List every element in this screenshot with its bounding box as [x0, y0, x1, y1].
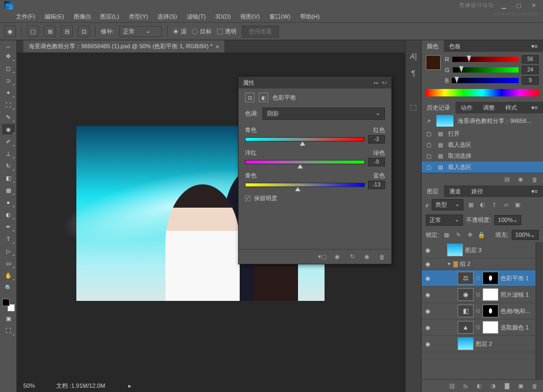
history-step[interactable]: ▢▤载入选区 — [422, 162, 543, 173]
menu-image[interactable]: 图像(I) — [74, 13, 91, 21]
zoom-level[interactable]: 50% — [23, 382, 35, 389]
adjustment-layer-icon[interactable]: ◑ — [489, 382, 497, 390]
gradient-tool[interactable]: ▦ — [2, 185, 15, 195]
screenmode-icon[interactable]: ⛶ — [2, 325, 15, 336]
visibility-icon[interactable]: ◉ — [424, 324, 432, 331]
eyedropper-tool[interactable]: ✎ — [2, 112, 15, 122]
tool-preset-icon[interactable]: ◉ — [4, 25, 16, 37]
layer-row[interactable]: ◉◧⛓色相/饱和... — [422, 303, 543, 319]
move-tool[interactable]: ✥ — [2, 51, 15, 61]
preserve-luminosity-check[interactable]: 保留明度 — [245, 194, 385, 202]
history-step[interactable]: ▢▤打开 — [422, 128, 543, 139]
tab-history[interactable]: 历史记录 — [422, 102, 456, 113]
visibility-icon[interactable]: ◉ — [424, 291, 432, 298]
pen-tool[interactable]: ✒ — [2, 221, 15, 232]
filter-adj-icon[interactable]: ◐ — [478, 201, 487, 209]
panel-menu-icon[interactable]: ▾≡ — [526, 40, 543, 52]
menu-filter[interactable]: 滤镜(T) — [187, 13, 206, 21]
tab-layers[interactable]: 图层 — [422, 185, 444, 197]
new-layer-icon[interactable]: ▣ — [516, 382, 525, 390]
wand-tool[interactable]: ✦ — [2, 87, 15, 98]
r-slider[interactable] — [452, 57, 519, 62]
menu-file[interactable]: 文件(F) — [16, 13, 35, 21]
history-step[interactable]: ▢▤取消选择 — [422, 150, 543, 162]
group-icon[interactable]: ▇ — [503, 382, 511, 390]
lock-transparent-icon[interactable]: ▦ — [442, 231, 451, 239]
clip-to-layer-icon[interactable]: ▾▢ — [318, 253, 327, 261]
history-brush-tool[interactable]: ↻ — [2, 161, 15, 171]
filter-pixel-icon[interactable]: ▦ — [467, 201, 475, 209]
layer-row[interactable]: ◉图层 3 — [422, 242, 543, 259]
layers-scrollbar[interactable] — [536, 242, 543, 379]
filter-smart-icon[interactable]: ▣ — [513, 201, 522, 209]
hand-tool[interactable]: ✋ — [2, 270, 15, 281]
lasso-tool[interactable]: ⊃ — [2, 75, 15, 86]
delete-icon[interactable]: 🗑 — [530, 175, 539, 184]
crop-tool[interactable]: ⛶ — [2, 100, 15, 110]
link-layers-icon[interactable]: ⛓ — [448, 382, 456, 390]
layer-row-group[interactable]: ◉▼▇组 2 — [422, 259, 543, 270]
filter-kind-select[interactable]: 类型⌄ — [432, 199, 463, 210]
history-step[interactable]: ▢▤载入选区 — [422, 139, 543, 150]
menu-select[interactable]: 选择(S) — [157, 13, 177, 21]
properties-panel[interactable]: 属性 ▸▸ ▾≡ ⚖ ◐ 色彩平衡 色调: 阴影⌄ 青色红色 -3 洋红绿色 -… — [238, 76, 392, 264]
tab-swatches[interactable]: 色板 — [444, 40, 466, 52]
quickmask-icon[interactable]: ▣ — [2, 313, 15, 324]
eraser-tool[interactable]: ◧ — [2, 173, 15, 183]
tab-styles[interactable]: 样式 — [500, 102, 522, 113]
selection-subtract-icon[interactable]: ⊟ — [61, 25, 73, 37]
character-panel-icon[interactable]: A| — [408, 51, 419, 61]
selection-intersect-icon[interactable]: ⊡ — [78, 25, 90, 37]
doc-size[interactable]: 文档 :1.91M/12.0M — [56, 382, 105, 390]
paragraph-panel-icon[interactable]: ¶ — [408, 68, 419, 78]
panel-menu-icon[interactable]: ▾≡ — [526, 102, 543, 113]
g-slider[interactable] — [453, 67, 519, 73]
visibility-icon[interactable]: ◉ — [424, 308, 432, 315]
tab-channels[interactable]: 通道 — [444, 185, 466, 197]
patch-mode-select[interactable]: 正常 ⌄ — [119, 26, 162, 37]
mask-icon[interactable]: ◐ — [259, 93, 268, 102]
history-snapshot[interactable]: ↗海景调色教程分享：98658... — [422, 113, 543, 128]
menu-type[interactable]: 类型(Y) — [129, 13, 148, 21]
brush-tool[interactable]: ✐ — [2, 136, 15, 147]
lock-position-icon[interactable]: ✥ — [466, 231, 474, 239]
panel-menu-icon[interactable]: ▾≡ — [526, 185, 543, 197]
menu-3d[interactable]: 3D(D) — [215, 13, 231, 20]
delete-layer-icon[interactable]: 🗑 — [530, 382, 539, 390]
close-tab-icon[interactable]: × — [216, 43, 219, 50]
path-select-tool[interactable]: ▷ — [2, 246, 15, 256]
filter-shape-icon[interactable]: ▱ — [502, 201, 510, 209]
view-previous-icon[interactable]: ◉ — [333, 253, 341, 261]
lock-pixels-icon[interactable]: ✎ — [454, 231, 462, 239]
toggle-visibility-icon[interactable]: ◉ — [363, 253, 371, 261]
cyan-red-slider[interactable] — [245, 137, 365, 141]
blur-tool[interactable]: ● — [2, 197, 15, 208]
visibility-icon[interactable]: ◉ — [424, 261, 432, 268]
fill-input[interactable]: 100%⌄ — [512, 230, 539, 240]
layer-mask-icon[interactable]: ◐ — [475, 382, 484, 390]
stamp-tool[interactable]: ⊥ — [2, 148, 15, 159]
selection-new-icon[interactable]: ▢ — [27, 25, 39, 37]
visibility-icon[interactable]: ◉ — [424, 247, 432, 254]
zoom-tool[interactable]: 🔍 — [2, 282, 15, 293]
layer-fx-icon[interactable]: fx — [461, 382, 470, 390]
menu-edit[interactable]: 编辑(E) — [45, 13, 64, 21]
marquee-tool[interactable]: ◻ — [2, 63, 15, 74]
snapshot-icon[interactable]: ◉ — [516, 175, 525, 184]
document-tab[interactable]: 海景调色教程分享：986658485 (1).psd @ 50% (色彩平衡 1… — [23, 40, 224, 52]
shape-tool[interactable]: ▭ — [2, 258, 15, 269]
lock-all-icon[interactable]: 🔒 — [477, 231, 486, 239]
layer-row[interactable]: ◉⚖⛓色彩平衡 1 — [422, 270, 543, 287]
color-swatches[interactable] — [2, 299, 15, 311]
source-radio[interactable]: 源 — [173, 28, 187, 35]
tab-paths[interactable]: 路径 — [466, 185, 488, 197]
adj-type-icon[interactable]: ⚖ — [245, 93, 255, 102]
maximize-button[interactable]: ▢ — [513, 2, 524, 9]
foreground-swatch[interactable] — [426, 55, 441, 70]
opacity-input[interactable]: 100%⌄ — [494, 215, 521, 225]
tab-color[interactable]: 颜色 — [422, 40, 444, 52]
layer-row[interactable]: ◉图层 2 — [422, 336, 543, 352]
menu-view[interactable]: 视图(V) — [240, 13, 260, 21]
target-radio[interactable]: 目标 — [192, 28, 212, 35]
type-tool[interactable]: T — [2, 234, 15, 244]
